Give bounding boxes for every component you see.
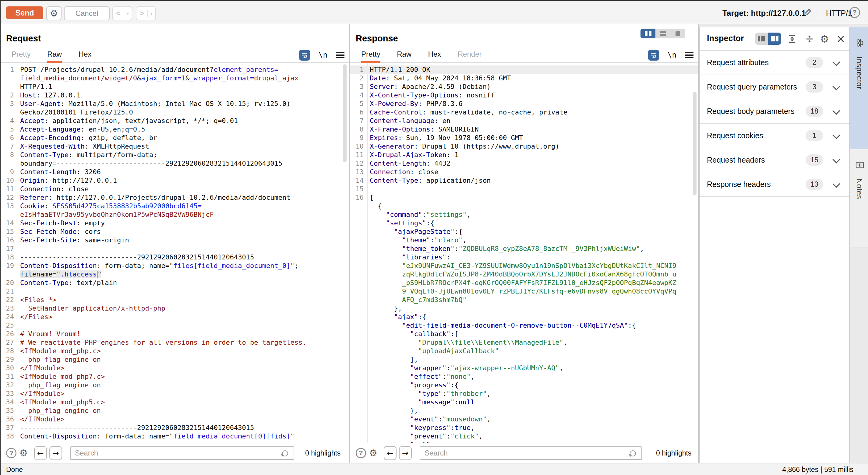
code-line[interactable]: 7Content-language: en: [350, 117, 699, 125]
response-editor[interactable]: 1HTTP/1.1 200 OK2Date: Sat, 04 May 2024 …: [350, 63, 699, 443]
code-line[interactable]: 14Sec-Fetch-Dest: empty: [0, 219, 349, 227]
code-line[interactable]: 17: [0, 245, 349, 253]
side-tab-notes[interactable]: Notes: [850, 149, 868, 248]
back-dropdown-icon[interactable]: ▾: [124, 11, 131, 16]
code-line[interactable]: 1POST /Projects/drupal-10.2.6/media/add/…: [0, 65, 349, 74]
code-line[interactable]: 3User-Agent: Mozilla/5.0 (Macintosh; Int…: [0, 100, 349, 108]
code-line[interactable]: zqRlkgDdlcFWZoISJP8-ZM40dBBQoOrbX7DYsLJ2…: [350, 270, 699, 279]
code-line[interactable]: 16Sec-Fetch-Site: same-origin: [0, 236, 349, 245]
response-menu-icon[interactable]: [685, 51, 693, 60]
single-layout-icon[interactable]: [670, 29, 685, 38]
code-line[interactable]: 2Host: 127.0.0.1: [0, 91, 349, 100]
forward-dropdown-icon[interactable]: ▾: [148, 11, 155, 16]
request-editor[interactable]: 1POST /Projects/drupal-10.2.6/media/add/…: [0, 63, 349, 443]
search-next-button[interactable]: →: [399, 446, 412, 460]
code-line[interactable]: "Drupal\\file\\Element\\ManagedFile",: [350, 338, 699, 347]
inspector-section-request-query-parameters[interactable]: Request query parameters3: [700, 74, 849, 99]
code-line[interactable]: 13Connection: close: [350, 168, 699, 176]
code-line[interactable]: "theme":"claro",: [350, 236, 699, 245]
code-line[interactable]: {: [350, 202, 699, 211]
code-line[interactable]: 6Cache-Control: must-revalidate, no-cach…: [350, 108, 699, 117]
help-icon[interactable]: ?: [849, 7, 860, 18]
code-line[interactable]: 11X-Drupal-Ajax-Token: 1: [350, 151, 699, 159]
word-wrap-toggle-icon[interactable]: [299, 50, 310, 61]
code-line[interactable]: 21: [0, 287, 349, 296]
code-line[interactable]: ],: [350, 355, 699, 364]
cancel-button[interactable]: Cancel: [64, 6, 110, 21]
code-line[interactable]: 4Accept: application/json, text/javascri…: [0, 117, 349, 125]
code-line[interactable]: 27# We reactivate PHP engines for all ve…: [0, 338, 349, 347]
code-line[interactable]: "command":"settings",: [350, 211, 699, 219]
code-line[interactable]: "keypress":true,: [350, 423, 699, 432]
code-line[interactable]: 15Sec-Fetch-Mode: cors: [0, 227, 349, 236]
request-menu-icon[interactable]: [336, 51, 344, 60]
code-line[interactable]: 1HTTP/1.1 200 OK: [350, 65, 699, 74]
code-line[interactable]: 33</IfModule>: [0, 389, 349, 398]
code-line[interactable]: 7X-Requested-With: XMLHttpRequest: [0, 142, 349, 151]
request-search-input[interactable]: [70, 446, 294, 460]
code-line[interactable]: eIsHfaaETVr3av95yvbqQhzn0kom1P5wPcNSqB2V…: [0, 211, 349, 219]
search-settings-icon[interactable]: ⚙: [369, 448, 377, 457]
search-previous-button[interactable]: ←: [384, 446, 397, 460]
inspector-section-request-body-parameters[interactable]: Request body parameters18: [700, 99, 849, 124]
code-line[interactable]: 28<IfModule mod_php.c>: [0, 347, 349, 355]
code-line[interactable]: 9Expires: Sun, 19 Nov 1978 05:00:00 GMT: [350, 134, 699, 142]
chevron-down-icon[interactable]: [832, 156, 840, 163]
chevron-down-icon[interactable]: [832, 180, 840, 188]
rows-layout-icon[interactable]: [655, 29, 670, 38]
show-newlines-icon[interactable]: \n: [318, 51, 328, 59]
code-line[interactable]: 26# Vroum! Vroum!: [0, 330, 349, 338]
response-tab-hex[interactable]: Hex: [428, 47, 441, 61]
code-line[interactable]: "effect":"none",: [350, 372, 699, 381]
search-previous-button[interactable]: ←: [34, 446, 47, 460]
search-help-icon[interactable]: ?: [6, 448, 17, 458]
code-line[interactable]: field_media_document/widget/0&ajax_form=…: [0, 74, 349, 83]
chevron-down-icon[interactable]: [832, 83, 840, 90]
code-line[interactable]: "message":null: [350, 398, 699, 407]
code-line[interactable]: 9Content-Length: 3206: [0, 168, 349, 176]
code-line[interactable]: 18-----------------------------292129206…: [0, 253, 349, 261]
code-line[interactable]: "prevent":"click",: [350, 432, 699, 441]
request-tab-hex[interactable]: Hex: [79, 47, 92, 61]
show-newlines-icon[interactable]: \n: [668, 51, 676, 59]
code-line[interactable]: 15: [350, 185, 699, 193]
code-line[interactable]: 30</IfModule>: [0, 364, 349, 372]
code-line[interactable]: 37-----------------------------292129206…: [0, 423, 349, 432]
code-line[interactable]: 31<IfModule mod_php7.c>: [0, 372, 349, 381]
code-line[interactable]: filename=".htaccess": [0, 270, 349, 279]
code-line[interactable]: "edit-field-media-document-0-remove-butt…: [350, 321, 699, 330]
code-line[interactable]: 24</Files>: [0, 313, 349, 321]
code-line[interactable]: 3Server: Apache/2.4.59 (Debian): [350, 83, 699, 91]
code-line[interactable]: 12Referer: http://127.0.0.1/Projects/dru…: [0, 193, 349, 202]
code-line[interactable]: _pS9HLbR7ROcrPX4f-eqKGrOQ00FAFYFsR7IFZL9…: [350, 279, 699, 287]
code-line[interactable]: HTTP/1.1: [0, 83, 349, 91]
code-line[interactable]: "wrapper":"ajax-wrapper--nUGbUMnY-AQ",: [350, 364, 699, 372]
code-line[interactable]: "theme_token":"ZQDBULqR8_eypZ8eA78_8azcT…: [350, 245, 699, 253]
back-history-button[interactable]: < ▾: [112, 6, 132, 21]
code-line[interactable]: 32 php_flag engine on: [0, 381, 349, 389]
collapse-all-icon[interactable]: [804, 34, 815, 45]
inspector-settings-icon[interactable]: ⚙: [820, 33, 829, 45]
send-settings-button[interactable]: ⚙: [46, 6, 62, 21]
code-line[interactable]: 6Accept-Encoding: gzip, deflate, br: [0, 134, 349, 142]
search-next-button[interactable]: →: [49, 446, 62, 460]
code-line[interactable]: "ajax":{: [350, 313, 699, 321]
send-button[interactable]: Send: [6, 6, 43, 19]
code-line[interactable]: 34<IfModule mod_php5.c>: [0, 398, 349, 407]
chevron-down-icon[interactable]: [832, 107, 840, 115]
code-line[interactable]: 14Content-Type: application/json: [350, 176, 699, 185]
code-line[interactable]: 10Origin: http://127.0.0.1: [0, 176, 349, 185]
dock-right-icon[interactable]: [768, 33, 781, 45]
code-line[interactable]: 36</IfModule>: [0, 415, 349, 423]
code-line[interactable]: 13Cookie: SESS05d4275ca1538832b5ab92000b…: [0, 202, 349, 211]
code-line[interactable]: boundary=---------------------------2921…: [0, 159, 349, 168]
code-line[interactable]: 10X-Generator: Drupal 10 (https://www.dr…: [350, 142, 699, 151]
code-line[interactable]: },: [350, 304, 699, 313]
code-line[interactable]: 29 php_flag engine on: [0, 355, 349, 364]
search-settings-icon[interactable]: ⚙: [20, 448, 28, 457]
inspector-section-response-headers[interactable]: Response headers13: [700, 172, 849, 197]
code-line[interactable]: 9_VQqLf0-JjUEwn8U1ov0EY_rZPBLJ1Yc7KLFsfq…: [350, 287, 699, 296]
code-line[interactable]: 23 SetHandler application/x-httpd-php: [0, 304, 349, 313]
code-line[interactable]: 8Content-Type: multipart/form-data;: [0, 151, 349, 159]
word-wrap-toggle-icon[interactable]: [648, 50, 659, 61]
